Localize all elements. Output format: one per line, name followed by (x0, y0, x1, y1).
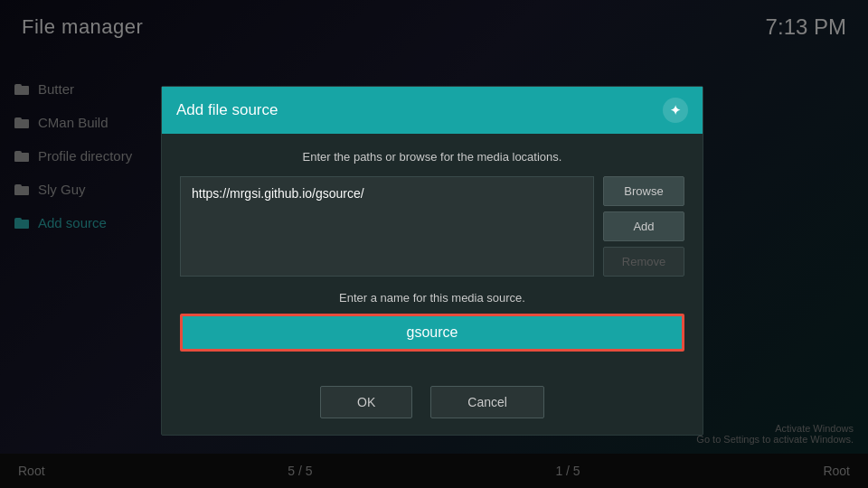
browse-button[interactable]: Browse (603, 176, 684, 206)
kodi-logo-icon: ✦ (663, 98, 688, 123)
source-path-display[interactable]: https://mrgsi.github.io/gsource/ (180, 176, 594, 277)
cancel-button[interactable]: Cancel (430, 386, 544, 418)
name-instruction: Enter a name for this media source. (180, 291, 684, 305)
source-action-buttons: Browse Add Remove (603, 176, 684, 277)
dialog-title: Add file source (176, 101, 278, 119)
dialog-header: Add file source ✦ (162, 87, 703, 134)
remove-button: Remove (603, 247, 684, 277)
ok-button[interactable]: OK (320, 386, 412, 418)
dialog-body: Enter the paths or browse for the media … (162, 134, 703, 386)
source-row: https://mrgsi.github.io/gsource/ Browse … (180, 176, 684, 277)
add-button[interactable]: Add (603, 211, 684, 241)
paths-instruction: Enter the paths or browse for the media … (180, 150, 684, 164)
source-name-input[interactable] (180, 314, 684, 352)
add-file-source-dialog: Add file source ✦ Enter the paths or bro… (161, 86, 703, 436)
dialog-footer: OK Cancel (162, 386, 703, 435)
name-input-wrapper (180, 314, 684, 352)
